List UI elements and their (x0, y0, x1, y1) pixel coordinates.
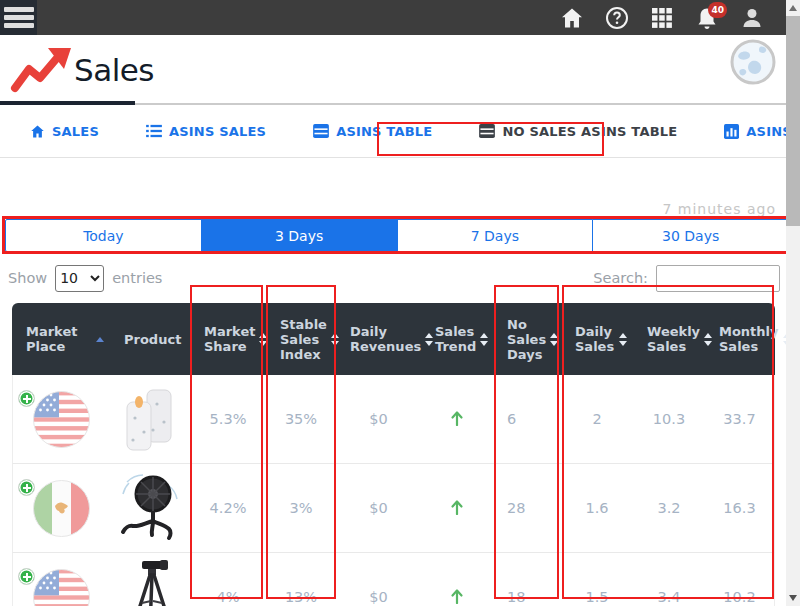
bar-chart-icon (724, 124, 739, 139)
table-icon (479, 124, 495, 138)
period-button-7-days[interactable]: 7 Days (397, 219, 594, 252)
help-icon[interactable] (605, 6, 629, 30)
cell-daily-revenues: $0 (336, 375, 421, 464)
product-image-fan (117, 472, 183, 544)
page-title: Sales (74, 52, 154, 88)
cell-stable-sales-index: 13% (266, 553, 336, 606)
cell-weekly-sales: 3.2 (633, 464, 705, 553)
vertical-scrollbar[interactable] (786, 0, 800, 606)
column-header-market-share[interactable]: Market Share (190, 303, 266, 375)
table-controls: Show 10 entries Search: (0, 263, 780, 293)
asins-table: Market Place Product Market Share Stable… (12, 303, 775, 606)
scrollbar-up-icon[interactable] (789, 5, 797, 11)
expand-row-button[interactable] (18, 479, 35, 496)
table-row: 5.3% 35% $0 6 2 10.3 33.7 (12, 375, 775, 464)
page-size-select[interactable]: 10 (55, 265, 104, 292)
scrollbar-thumb[interactable] (786, 16, 800, 226)
sort-icon (619, 333, 627, 346)
show-label: Show (8, 270, 47, 286)
notifications-bell-icon[interactable]: 40 (695, 6, 719, 30)
column-header-monthly-sales[interactable]: Monthly Sales (705, 303, 775, 375)
scrollbar-down-icon[interactable] (789, 595, 797, 601)
entries-label: entries (112, 270, 162, 286)
cell-weekly-sales: 3.4 (633, 553, 705, 606)
sort-icon (259, 333, 267, 346)
usa-flag-icon (33, 569, 90, 606)
cell-daily-revenues: $0 (336, 464, 421, 553)
tab-label: SALES (52, 124, 99, 139)
cell-no-sales-days: 18 (493, 553, 561, 606)
search-label: Search: (593, 270, 648, 286)
product-image-candles (119, 384, 181, 454)
sort-icon (331, 333, 339, 346)
cell-daily-sales: 1.5 (561, 553, 633, 606)
tab-label: ASINS SALES (169, 124, 266, 139)
column-header-daily-sales[interactable]: Daily Sales (561, 303, 633, 375)
cell-market-share: 4% (190, 553, 266, 606)
expand-row-button[interactable] (18, 568, 35, 585)
column-header-stable-sales-index[interactable]: Stable Sales Index (266, 303, 336, 375)
sort-asc-icon (96, 337, 104, 342)
cell-market-share: 4.2% (190, 464, 266, 553)
table-row: 4.2% 3% $0 28 1.6 3.2 16.3 (12, 464, 775, 553)
tab-asins-sales[interactable]: ASINS SALES (146, 124, 266, 139)
table-row: 4% 13% $0 18 1.5 3.4 10.2 (12, 553, 775, 606)
usa-flag-icon (33, 391, 90, 448)
product-image-tripod (118, 559, 182, 606)
cell-stable-sales-index: 3% (266, 464, 336, 553)
table-header-row: Market Place Product Market Share Stable… (12, 303, 775, 375)
trend-up-icon (450, 410, 464, 426)
tab-asins-table[interactable]: ASINS TABLE (313, 124, 432, 139)
cell-daily-sales: 1.6 (561, 464, 633, 553)
app-viewport: 40 Sales (0, 0, 800, 606)
trend-up-icon (450, 499, 464, 515)
sort-icon (480, 333, 488, 346)
cell-monthly-sales: 33.7 (705, 375, 775, 464)
column-header-no-sales-days[interactable]: No Sales Days (493, 303, 561, 375)
period-button-3-days[interactable]: 3 Days (201, 219, 398, 252)
search-input[interactable] (656, 265, 780, 292)
hamburger-menu-icon[interactable] (0, 0, 37, 35)
tab-sales[interactable]: SALES (30, 124, 99, 139)
home-icon (30, 124, 45, 139)
home-icon[interactable] (560, 6, 584, 30)
cell-weekly-sales: 10.3 (633, 375, 705, 464)
tab-label: NO SALES ASINS TABLE (502, 124, 677, 139)
brand: Sales (10, 45, 154, 95)
cell-monthly-sales: 10.2 (705, 553, 775, 606)
trend-up-icon (450, 588, 464, 604)
tab-label: ASINS TABLE (336, 124, 432, 139)
notification-count-badge: 40 (708, 2, 727, 18)
apps-grid-icon[interactable] (650, 6, 674, 30)
user-profile-icon[interactable] (740, 6, 764, 30)
period-button-30-days[interactable]: 30 Days (592, 219, 789, 252)
column-header-weekly-sales[interactable]: Weekly Sales (633, 303, 705, 375)
sort-icon (704, 333, 712, 346)
page-header: Sales (0, 35, 786, 105)
table-icon (313, 124, 329, 138)
mexico-flag-icon (33, 480, 90, 537)
topbar: 40 (0, 0, 786, 35)
last-updated-text: 7 minutes ago (662, 201, 776, 217)
cell-market-share: 5.3% (190, 375, 266, 464)
nav-tabs: SALES ASINS SALES ASINS TABLE (0, 105, 786, 158)
cell-no-sales-days: 6 (493, 375, 561, 464)
column-header-daily-revenues[interactable]: Daily Revenues (336, 303, 421, 375)
period-button-today[interactable]: Today (5, 219, 202, 252)
cell-monthly-sales: 16.3 (705, 464, 775, 553)
tab-no-sales-asins-table[interactable]: NO SALES ASINS TABLE (479, 124, 677, 139)
cell-daily-sales: 2 (561, 375, 633, 464)
cell-stable-sales-index: 35% (266, 375, 336, 464)
sales-trend-logo-icon (10, 45, 72, 95)
column-header-market-place[interactable]: Market Place (12, 303, 110, 375)
expand-row-button[interactable] (18, 390, 35, 407)
sort-icon (425, 333, 433, 346)
globe-icon[interactable] (730, 39, 776, 89)
column-header-product[interactable]: Product (110, 303, 190, 375)
list-icon (146, 124, 162, 138)
cell-no-sales-days: 28 (493, 464, 561, 553)
sort-icon (550, 333, 558, 346)
period-filter: Today 3 Days 7 Days 30 Days (5, 219, 789, 252)
cell-daily-revenues: $0 (336, 553, 421, 606)
